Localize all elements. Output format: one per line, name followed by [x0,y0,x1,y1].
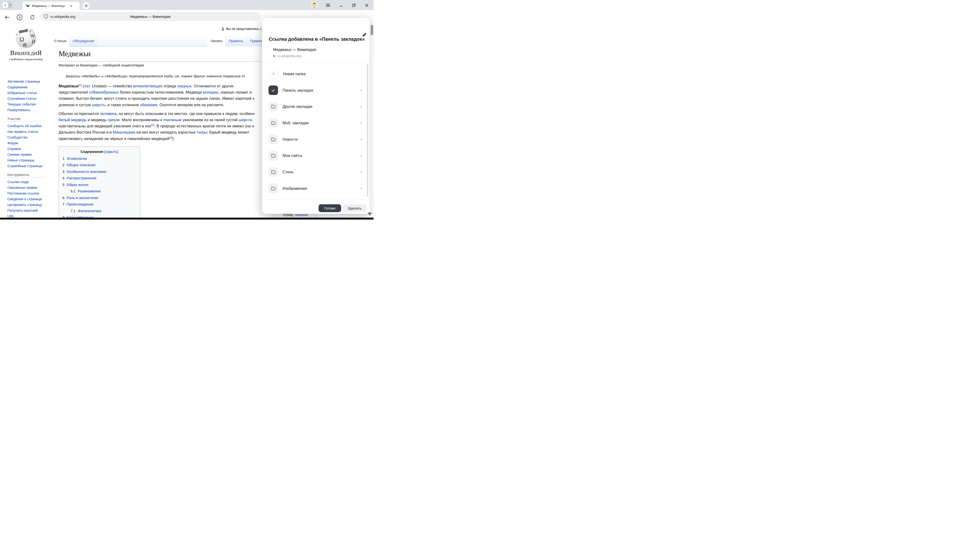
chevron-down-icon[interactable] [359,121,363,125]
reference-link[interactable]: [1] [79,84,82,87]
sidebar-link[interactable]: Новые страницы [8,157,45,163]
article-link[interactable]: всеядны [203,90,219,94]
chevron-down-icon[interactable] [359,170,363,174]
restore-icon[interactable] [351,2,357,8]
article-link[interactable]: собакообразных [89,90,119,94]
bookmark-folder-item[interactable]: Моб. закладки [262,115,370,131]
toc-item[interactable]: 1Этимология [62,155,136,162]
chevron-down-icon[interactable] [359,138,363,141]
sidebar-link[interactable]: Содержание [8,84,45,90]
article-link[interactable]: шерсти [239,118,252,122]
toc-item-link[interactable]: Размножение [78,189,101,193]
bookmark-folder-item[interactable]: Мои сайты [262,147,370,164]
article-link[interactable]: гризли [108,118,120,122]
sidebar-link[interactable]: Связанные правки [8,185,45,190]
browser-tab[interactable]: W Медвежьи — Википеди [22,2,79,10]
toc-item-link[interactable]: Роль в экосистеме [67,196,98,200]
article-link[interactable]: пчелиным [163,118,182,122]
sidebar-link[interactable]: Сообщество [8,135,45,140]
toc-item[interactable]: 6Роль в экосистеме [62,195,136,201]
reference-link[interactable]: [3] [169,136,172,139]
sidebar-link[interactable]: Заглавная страница [8,79,45,84]
bookmark-folder-item[interactable]: Стиль [262,164,370,180]
sidebar-link[interactable]: Как править статьи [8,129,45,135]
address-bar[interactable]: ru.wikipedia.org Медвежьи — Википедия [40,12,261,21]
sidebar-link[interactable]: Ссылки сюда [8,179,45,185]
scrollbar-thumb[interactable] [371,25,373,35]
chevron-down-icon[interactable] [359,105,363,108]
page-tab[interactable]: Обсуждение [69,35,98,46]
page-tab[interactable]: Править ко [247,35,262,46]
page-tab[interactable]: Читать [208,35,225,46]
bookmark-folder-item[interactable]: Другие закладки [262,98,370,115]
sidebar-link[interactable]: Цитировать страницу [8,202,45,207]
sidebar-link[interactable]: Случайная статья [8,96,45,101]
sidebar-link[interactable]: Свежие правки [8,152,45,157]
toc-item-link[interactable]: Классификация [67,215,93,218]
article-link[interactable]: М [242,74,245,78]
dialog-scrollbar[interactable] [367,63,368,197]
article-link[interactable]: человека [100,111,116,116]
toc-item-link[interactable]: Распространение [67,176,96,180]
minimize-icon[interactable] [338,2,344,8]
toc-item[interactable]: 5.1Размножение [62,188,136,195]
toc-item-link[interactable]: Общее описание [67,163,96,167]
wikipedia-logo[interactable]: Ω W И 維 ワ ঙ [8,27,44,49]
bookmark-folder-item[interactable]: Новости [262,131,370,148]
bookmark-folder-item[interactable]: Панель закладок [262,82,370,99]
article-link[interactable]: Маньчжурии [113,130,135,134]
article-link[interactable]: млекопитающих [133,84,163,88]
article-link[interactable]: шерсть [92,103,105,107]
reference-link[interactable]: [2] [151,124,154,127]
toc-item[interactable]: 7Происхождение [62,201,136,208]
toc-item-link[interactable]: Образ жизни [67,183,88,187]
chevron-down-icon[interactable] [359,88,363,92]
toc-item[interactable]: 5Образ жизни [62,181,136,188]
sidebar-link[interactable]: Справка [8,146,45,152]
close-window-icon[interactable] [364,2,369,8]
bookmark-folder-item[interactable]: Основные инструменты [262,196,370,200]
new-tab-button[interactable] [82,2,90,9]
avatar[interactable] [311,2,318,8]
bookmark-folder-item[interactable]: Изображения [262,180,370,196]
sidebar-link[interactable]: Пожертвовать [8,107,45,113]
sidebar-link[interactable]: Сообщить об ошибке [8,123,45,129]
toc-item-link[interactable]: Происхождение [67,202,94,206]
toc-hide-link[interactable]: [скрыть] [104,150,118,153]
sidebar-link[interactable]: Постоянная ссылка [8,190,45,196]
toc-item[interactable]: 7.1Филогенетика [62,207,136,214]
toc-item[interactable]: 8Классификация [62,214,136,218]
sidebar-link[interactable]: Избранные статьи [8,90,45,96]
sidebar-link[interactable]: Текущие события [8,101,45,107]
toc-item[interactable]: 4Распространение [62,175,136,182]
page-tab[interactable]: Править [225,35,246,46]
bookmark-name[interactable]: Медвежьи — Википедия [273,48,316,52]
chevron-down-icon[interactable] [359,186,363,190]
yandex-services-icon[interactable]: Я [16,14,23,21]
page-scrollbar[interactable] [370,23,374,218]
page-tab[interactable]: Статья [51,35,69,46]
scrollbar-down-arrow[interactable] [368,213,372,216]
back-button[interactable] [3,14,11,21]
new-folder-button[interactable]: Новая папка [262,66,370,82]
article-link[interactable]: тигры [197,130,207,134]
reload-icon[interactable] [29,14,36,21]
tab-counter-button[interactable]: 1 [2,2,12,9]
sidebar-link[interactable]: Служебные страницы [8,163,45,169]
toc-item[interactable]: 3Особенности анатомии [62,168,136,175]
delete-button[interactable]: Удалить [343,204,366,212]
toc-item[interactable]: 2Общее описание [62,162,136,169]
menu-icon[interactable] [325,2,331,8]
sidebar-link[interactable]: Получить короткий URL [8,207,45,218]
login-notice[interactable]: Вы не представились с [221,26,262,31]
article-link[interactable]: белый медведь [59,118,87,122]
edit-bookmark-icon[interactable] [360,31,368,39]
tab-close-icon[interactable] [70,4,73,8]
article-link[interactable]: лат. [84,84,91,88]
done-button[interactable]: Готово [318,204,341,212]
article-link[interactable]: хищных [177,84,192,88]
toc-item-link[interactable]: Филогенетика [78,209,101,213]
toc-item-link[interactable]: Этимология [67,156,87,161]
article-link[interactable]: обоняние [140,103,157,107]
chevron-down-icon[interactable] [359,154,363,158]
